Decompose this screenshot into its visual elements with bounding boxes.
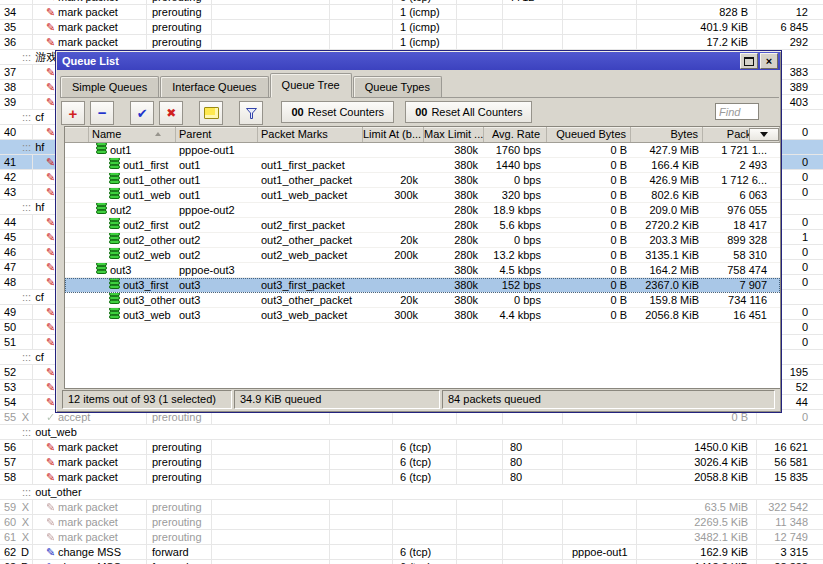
reset-all-counters-button[interactable]: 00Reset All Counters (405, 101, 532, 123)
add-button[interactable]: + (61, 101, 85, 125)
mangle-rule-row[interactable]: 56✎mark packetprerouting6 (tcp)801450.0 … (0, 440, 823, 455)
row-number-cell: 45 (0, 230, 33, 244)
src-port-cell (457, 470, 503, 484)
tab-interface-queues[interactable]: Interface Queues (160, 76, 268, 97)
comment-row[interactable]: :::out_other (0, 485, 823, 500)
action-cell: ✎mark packet (33, 20, 147, 34)
action-label: mark packet (58, 6, 118, 18)
src-address-cell (212, 560, 330, 564)
header-avg-rate[interactable]: Avg. Rate (484, 127, 547, 142)
queue-row[interactable]: out3pppoe-out3380k4.5 kbps0 B164.2 MiB75… (65, 263, 780, 278)
queue-row[interactable]: out2_otherout2out2_other_packet20k280k0 … (65, 233, 780, 248)
row-number-cell: 61X (0, 530, 33, 544)
queue-row[interactable]: out3_firstout3out3_first_packet380k152 b… (65, 278, 780, 293)
out-interface-cell (563, 455, 637, 469)
queue-queued-bytes-cell: 0 B (547, 188, 631, 202)
mangle-rule-row[interactable]: 34✎mark packetprerouting1 (icmp)828 B12 (0, 5, 823, 20)
dst-address-cell (330, 545, 393, 559)
queue-row[interactable]: out3_webout3out3_web_packet300k380k4.4 k… (65, 308, 780, 323)
reset-counters-button[interactable]: 00Reset Counters (281, 101, 394, 123)
queue-row[interactable]: out2_webout2out2_web_packet200k280k13.2 … (65, 248, 780, 263)
queue-max-limit-cell: 280k (424, 248, 484, 262)
bytes-cell: 828 B (637, 5, 757, 19)
remove-button[interactable]: − (90, 101, 114, 125)
mark-packet-icon: ✎ (45, 515, 56, 529)
mangle-rule-row[interactable]: 62D✎change MSSforward6 (tcp)pppoe-out116… (0, 545, 823, 560)
src-port-cell (457, 545, 503, 559)
disable-button[interactable]: ✖ (159, 101, 183, 125)
header-packet-marks[interactable]: Packet Marks (258, 127, 363, 142)
queue-bytes-cell: 2056.8 KiB (631, 308, 703, 322)
close-button[interactable]: × (760, 53, 778, 69)
queue-flag-cell (65, 218, 89, 232)
mangle-rule-row[interactable]: 60X✎mark packetprerouting2269.5 KiB11 34… (0, 515, 823, 530)
queue-packets-cell: 758 474 (703, 263, 780, 277)
header-bytes[interactable]: Bytes (631, 127, 703, 142)
queue-name-label: out3 (110, 263, 131, 277)
row-number: 60 (4, 515, 16, 529)
find-input[interactable] (715, 103, 759, 120)
row-flag: D (21, 545, 29, 559)
action-cell: ✎mark packet (33, 5, 147, 19)
tab-simple-queues[interactable]: Simple Queues (60, 76, 159, 97)
comment-row[interactable]: :::out_web (0, 425, 823, 440)
queue-row[interactable]: out3_otherout3out3_other_packet20k380k0 … (65, 293, 780, 308)
dst-port-cell (503, 20, 563, 34)
row-number-cell: 35 (0, 20, 33, 34)
enable-button[interactable]: ✔ (130, 101, 154, 125)
column-menu-button[interactable] (749, 128, 779, 141)
reset-counters-prefix: 00 (291, 106, 303, 118)
header-max-limit[interactable]: Max Limit ... (424, 127, 484, 142)
queue-packets-cell: 1 712 6... (703, 173, 780, 187)
mangle-rule-row[interactable]: 59X✎mark packetprerouting63.5 MiB322 542 (0, 500, 823, 515)
src-port-cell (457, 455, 503, 469)
src-address-cell (212, 0, 330, 4)
src-port-cell (457, 440, 503, 454)
queue-row[interactable]: out1_otherout1out1_other_packet20k380k0 … (65, 173, 780, 188)
filter-button[interactable] (239, 101, 263, 125)
window-titlebar[interactable]: Queue List × (57, 52, 780, 70)
chain-cell: prerouting (147, 20, 212, 34)
queue-avg-rate-cell: 4.5 kbps (484, 263, 547, 277)
header-name[interactable]: Name (89, 127, 176, 142)
queue-queued-bytes-cell: 0 B (547, 233, 631, 247)
queue-packets-cell: 1 721 1... (703, 143, 780, 157)
queue-row[interactable]: out2_firstout2out2_first_packet280k5.6 k… (65, 218, 780, 233)
tab-queue-types[interactable]: Queue Types (353, 76, 442, 97)
queue-row[interactable]: out2pppoe-out2280k18.9 kbps0 B209.0 MiB9… (65, 203, 780, 218)
queue-row[interactable]: out1pppoe-out1380k1760 bps0 B427.9 MiB1 … (65, 143, 780, 158)
packets-cell: 322 542 (757, 500, 823, 514)
queue-row[interactable]: out1_firstout1out1_first_packet380k1440 … (65, 158, 780, 173)
dst-port-cell (503, 560, 563, 564)
dst-address-cell (330, 500, 393, 514)
row-number: 51 (4, 335, 16, 349)
comment-button[interactable] (199, 101, 223, 125)
packets-cell: 3 315 (757, 545, 823, 559)
header-queued-bytes[interactable]: Queued Bytes (547, 127, 631, 142)
mangle-rule-row[interactable]: 61X✎mark packetprerouting3482.1 KiB12 74… (0, 530, 823, 545)
mangle-rule-row[interactable]: 57✎mark packetprerouting6 (tcp)803026.4 … (0, 455, 823, 470)
action-label: change MSS (58, 546, 121, 558)
queue-limit-at-cell: 20k (363, 173, 424, 187)
mangle-rule-row[interactable]: 36✎mark packetprerouting1 (icmp)17.2 KiB… (0, 35, 823, 50)
src-port-cell (457, 515, 503, 529)
mangle-rule-row[interactable]: 58✎mark packetprerouting6 (tcp)802058.8 … (0, 470, 823, 485)
dst-address-cell (330, 35, 393, 49)
row-number-cell: 56 (0, 440, 33, 454)
change-mss-icon: ✎ (45, 545, 56, 559)
row-number: 55 (4, 410, 16, 424)
tab-bar: Simple Queues Interface Queues Queue Tre… (60, 73, 779, 98)
header-limit-at[interactable]: Limit At (b... (363, 127, 424, 142)
mangle-rule-row[interactable]: 35✎mark packetprerouting1 (icmp)401.9 Ki… (0, 20, 823, 35)
queue-row[interactable]: out1_webout1out1_web_packet300k380k320 b… (65, 188, 780, 203)
header-parent[interactable]: Parent (176, 127, 258, 142)
src-port-cell (457, 560, 503, 564)
row-number: 53 (4, 380, 16, 394)
restore-button[interactable] (740, 53, 758, 69)
queue-icon (96, 203, 107, 217)
header-flags[interactable] (65, 127, 89, 142)
dst-address-cell (330, 470, 393, 484)
tab-queue-tree[interactable]: Queue Tree (270, 73, 352, 98)
mangle-rule-row[interactable]: 63D✎change MSSforward6 (tcp)1413.3 KiB28… (0, 560, 823, 564)
action-cell: ✎mark packet (33, 530, 147, 544)
